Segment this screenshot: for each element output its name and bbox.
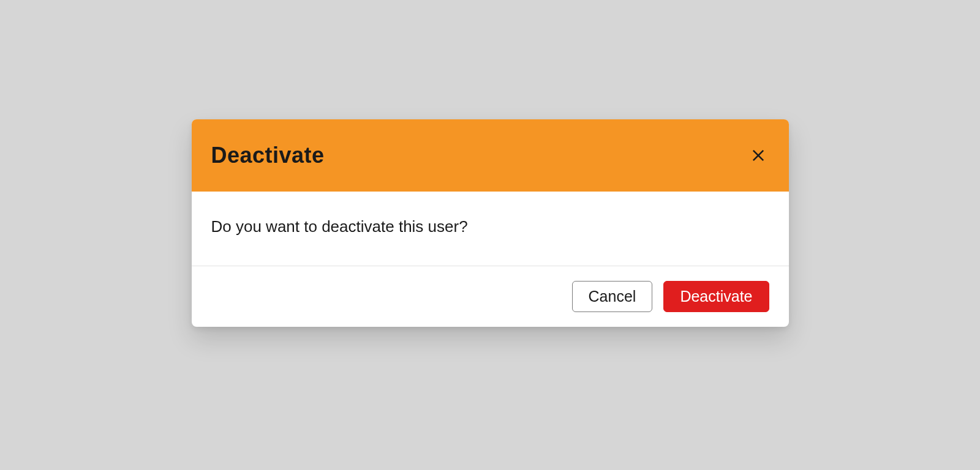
dialog-message: Do you want to deactivate this user? — [211, 217, 769, 236]
dialog-title: Deactivate — [211, 143, 325, 168]
cancel-button[interactable]: Cancel — [572, 281, 653, 312]
deactivate-button[interactable]: Deactivate — [663, 281, 769, 312]
close-icon — [750, 147, 767, 164]
dialog-header: Deactivate — [192, 119, 789, 192]
dialog-footer: Cancel Deactivate — [192, 266, 789, 327]
confirmation-dialog: Deactivate Do you want to deactivate thi… — [192, 119, 789, 327]
dialog-body: Do you want to deactivate this user? — [192, 192, 789, 266]
close-button[interactable] — [747, 144, 769, 166]
